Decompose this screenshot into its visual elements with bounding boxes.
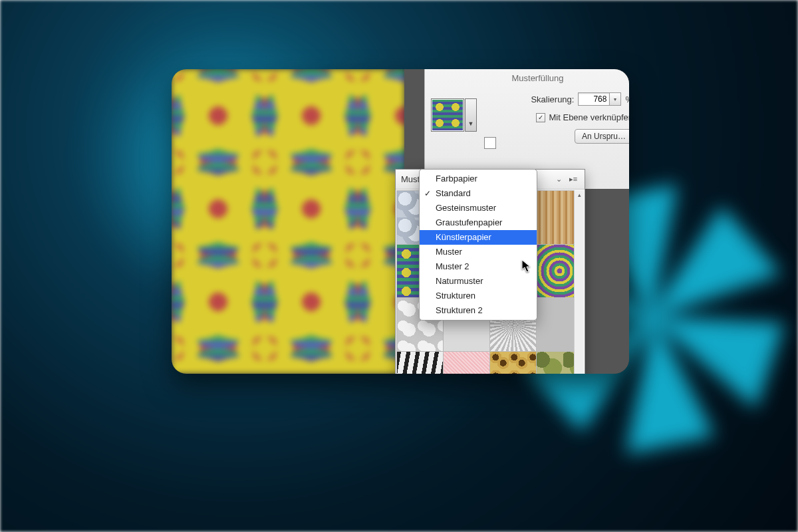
scale-input[interactable] — [578, 92, 610, 106]
scale-stepper[interactable]: ▾ — [610, 92, 621, 106]
menu-item[interactable]: Muster — [420, 245, 537, 259]
menu-item[interactable]: Gesteinsmuster — [420, 201, 537, 215]
snap-origin-button[interactable]: An Urspru… — [575, 129, 629, 144]
mouse-cursor-icon — [521, 259, 532, 273]
pattern-thumb[interactable] — [443, 351, 490, 374]
scale-label: Skalierung: — [531, 94, 574, 104]
document-canvas[interactable] — [172, 69, 404, 374]
app-window: Musterfüllung Skalierung: ▾ % ✓ Mit Eben… — [172, 69, 629, 374]
link-layer-label: Mit Ebene verknüpfen — [549, 112, 629, 122]
menu-item[interactable]: Strukturen 2 — [420, 303, 537, 318]
pattern-thumb[interactable] — [396, 351, 444, 374]
pattern-swatch-dropdown[interactable]: ▼ — [465, 98, 477, 132]
menu-item[interactable]: Standard — [420, 186, 537, 201]
menu-item[interactable]: Naturmuster — [420, 274, 537, 289]
pattern-set-menu[interactable]: FarbpapierStandardGesteinsmusterGraustuf… — [419, 169, 537, 321]
pattern-thumb[interactable] — [489, 351, 537, 374]
scale-unit: % — [625, 94, 629, 104]
menu-item[interactable]: Muster 2 — [420, 259, 537, 274]
link-layer-checkbox[interactable]: ✓ — [536, 113, 545, 122]
menu-item[interactable]: Graustufenpapier — [420, 215, 537, 230]
dialog-title: Musterfüllung — [425, 69, 629, 90]
menu-item[interactable]: Farbpapier — [420, 172, 537, 186]
menu-item[interactable]: Strukturen — [420, 289, 537, 303]
current-pattern-swatch[interactable] — [431, 98, 464, 132]
secondary-swatch[interactable] — [484, 137, 496, 149]
picker-scrollbar[interactable]: ▴ ▾ — [574, 190, 584, 374]
picker-flyout-icon[interactable]: ▸≡ — [567, 174, 579, 186]
picker-dropdown-icon[interactable]: ⌄ — [553, 174, 565, 186]
scroll-up-icon[interactable]: ▴ — [575, 190, 584, 200]
menu-item[interactable]: Künstlerpapier — [420, 230, 537, 245]
